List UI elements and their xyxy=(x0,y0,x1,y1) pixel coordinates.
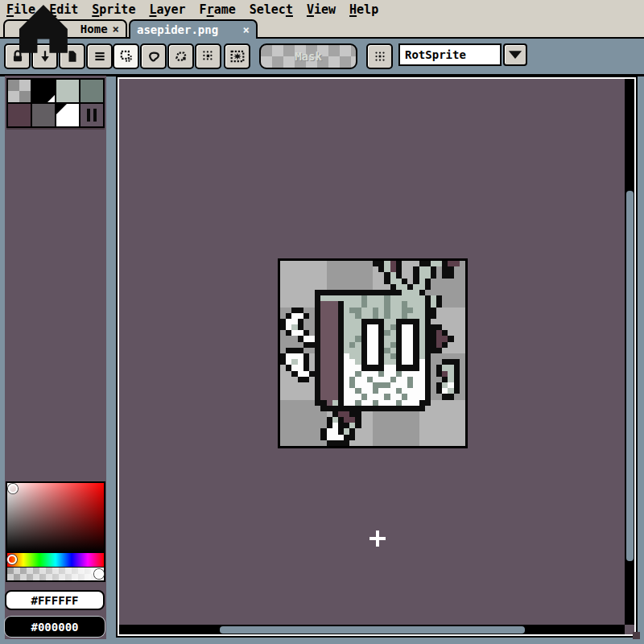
color-picker xyxy=(6,481,105,582)
tab-asepider[interactable]: asepider.png × xyxy=(129,19,258,39)
crosshair-bottom-right xyxy=(377,538,386,547)
horizontal-scrollbar-thumb[interactable] xyxy=(220,626,525,634)
tab-home[interactable]: Home × xyxy=(3,19,127,37)
menu-icon xyxy=(93,49,107,64)
rotation-combobox-value[interactable]: RotSprite xyxy=(398,43,502,66)
tab-asepider-close-icon[interactable]: × xyxy=(243,24,250,35)
palette-swatch-7[interactable] xyxy=(80,104,103,126)
alpha-slider[interactable] xyxy=(7,568,104,580)
selection-tools-group xyxy=(113,43,221,69)
saturation-value-box[interactable] xyxy=(7,483,104,552)
mask-button-label: Mask xyxy=(295,50,322,63)
lasso-select-button[interactable] xyxy=(140,43,167,69)
tabbar: Home × asepider.png × xyxy=(0,19,644,39)
tab-home-close-icon[interactable]: × xyxy=(113,23,119,35)
rotation-combobox-arrow-button[interactable] xyxy=(503,43,527,66)
mask-button[interactable]: Mask xyxy=(259,43,357,69)
lasso-icon xyxy=(147,49,161,64)
marquee-rect-icon xyxy=(119,49,134,64)
polygonal-lasso-icon xyxy=(174,49,188,64)
hue-marker[interactable] xyxy=(7,555,17,564)
menu-item-sprite[interactable]: Sprite xyxy=(92,2,135,17)
menu-item-frame[interactable]: Frame xyxy=(200,2,236,17)
palette-swatch-6[interactable] xyxy=(56,104,79,126)
mask-starburst-button[interactable] xyxy=(224,43,250,69)
selection-dots-icon xyxy=(201,49,216,64)
dot-grid-icon xyxy=(373,49,387,64)
grid-button[interactable] xyxy=(366,43,393,69)
palette-swatch-5[interactable] xyxy=(32,104,55,126)
marquee-select-button[interactable] xyxy=(113,43,139,69)
polygonal-lasso-button[interactable] xyxy=(167,43,194,69)
rotation-combobox[interactable]: RotSprite xyxy=(398,43,527,66)
scrollbar-corner xyxy=(633,632,640,639)
palette-swatch-1[interactable] xyxy=(32,80,55,102)
palette-grid xyxy=(6,78,105,130)
canvas-area[interactable] xyxy=(118,77,636,636)
palette-swatch-0[interactable] xyxy=(8,80,31,102)
hue-slider[interactable] xyxy=(7,553,104,567)
canvas-viewport xyxy=(116,76,638,638)
palette-swatch-2[interactable] xyxy=(56,80,79,102)
starburst-icon xyxy=(230,49,245,64)
menu-item-view[interactable]: View xyxy=(307,2,336,17)
selection-dots-button[interactable] xyxy=(195,43,221,69)
palette-swatch-3[interactable] xyxy=(80,80,103,102)
background-hex-field[interactable]: #000000 xyxy=(5,617,105,637)
foreground-hex-field[interactable]: #FFFFFF xyxy=(5,590,105,610)
palette-menu-button[interactable] xyxy=(86,43,113,69)
grid-group xyxy=(366,43,393,69)
tab-asepider-label: asepider.png xyxy=(137,23,218,36)
crosshair-cursor xyxy=(369,530,386,547)
left-panel: #FFFFFF #000000 xyxy=(5,76,106,639)
menu-item-select[interactable]: Select xyxy=(250,2,293,17)
menubar: FileEditSpriteLayerFrameSelectViewHelp xyxy=(0,0,644,19)
menu-item-layer[interactable]: Layer xyxy=(149,2,185,17)
sprite-document[interactable] xyxy=(278,258,468,448)
tab-home-label: Home xyxy=(80,23,108,35)
alpha-marker[interactable] xyxy=(94,569,104,579)
starburst-group xyxy=(224,43,250,69)
vertical-scrollbar-thumb[interactable] xyxy=(626,191,634,561)
menu-item-help[interactable]: Help xyxy=(349,2,378,17)
home-icon xyxy=(11,0,76,61)
sv-marker[interactable] xyxy=(8,484,18,493)
toolbar: Mask RotSprite xyxy=(0,39,644,76)
palette-swatch-4[interactable] xyxy=(8,104,31,126)
chevron-down-icon xyxy=(505,44,526,65)
sprite-canvas[interactable] xyxy=(280,261,465,446)
